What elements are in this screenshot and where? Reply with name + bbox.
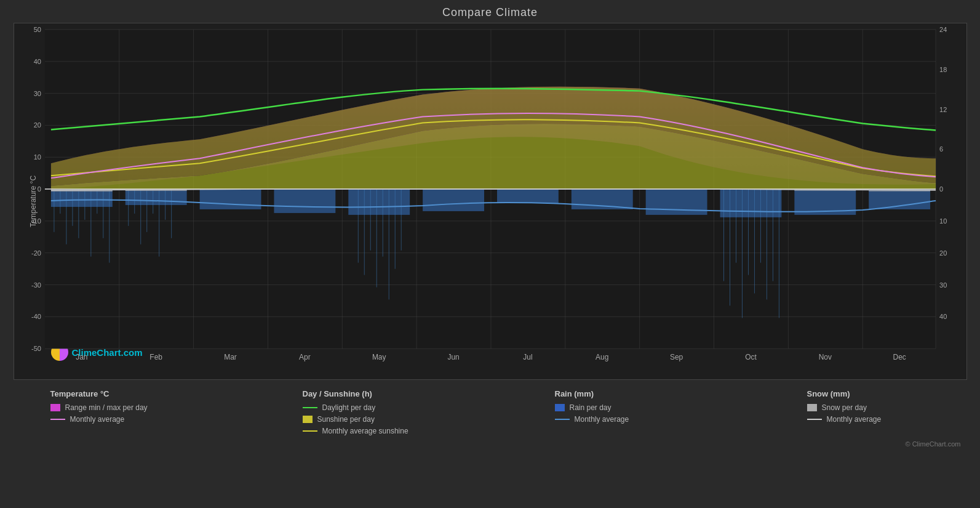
legend-section-sunshine: Day / Sunshine (h) Daylight per day Suns… (303, 389, 426, 435)
legend-section-rain: Rain (mm) Rain per day Monthly average (555, 389, 678, 435)
legend-label-temp-range: Range min / max per day (65, 403, 148, 412)
legend-swatch-snow (807, 404, 817, 411)
page-title: Compare Climate (442, 6, 538, 19)
svg-text:30: 30 (33, 90, 41, 97)
svg-text:12: 12 (939, 106, 947, 113)
legend-item-sunshine-avg: Monthly average sunshine (303, 427, 426, 435)
svg-rect-61 (423, 189, 484, 211)
svg-text:50: 50 (33, 26, 41, 33)
legend-label-sunshine-avg: Monthly average sunshine (322, 427, 408, 435)
legend-section-temperature: Temperature °C Range min / max per day M… (50, 389, 173, 435)
legend-label-temp-avg: Monthly average (70, 415, 125, 424)
legend-title-temperature: Temperature °C (50, 389, 173, 398)
legend-label-snow: Snow per day (822, 403, 867, 412)
legend-line-daylight (303, 407, 317, 408)
legend-item-snow: Snow per day (807, 403, 930, 412)
svg-rect-60 (348, 189, 410, 215)
svg-text:-30: -30 (31, 281, 41, 289)
legend-swatch-temp-range (50, 404, 60, 411)
svg-text:Jun: Jun (447, 353, 459, 361)
legend-item-temp-range: Range min / max per day (50, 403, 173, 412)
svg-text:-40: -40 (31, 313, 41, 320)
legend-label-sunshine: Sunshine per day (317, 415, 375, 424)
svg-text:Nov: Nov (818, 353, 831, 361)
legend-line-rain-avg (555, 419, 570, 420)
svg-text:30: 30 (939, 281, 947, 289)
svg-rect-59 (274, 189, 335, 213)
svg-text:-50: -50 (31, 345, 41, 352)
legend-item-rain: Rain per day (555, 403, 678, 412)
legend-line-temp-avg (50, 419, 65, 420)
svg-text:Dec: Dec (893, 353, 906, 361)
legend-label-rain: Rain per day (570, 403, 612, 412)
svg-text:24: 24 (939, 26, 947, 33)
svg-text:40: 40 (33, 58, 41, 65)
legend-label-rain-avg: Monthly average (575, 415, 629, 424)
y-axis-left-label: Temperature °C (29, 175, 38, 227)
copyright: © ClimeChart.com (905, 440, 960, 448)
legend-item-sunshine: Sunshine per day (303, 415, 426, 424)
legend-swatch-rain (555, 404, 565, 411)
legend-line-snow-avg (807, 419, 822, 420)
svg-rect-62 (496, 189, 558, 203)
svg-rect-64 (645, 189, 707, 215)
legend-title-sunshine: Day / Sunshine (h) (303, 389, 426, 398)
svg-text:20: 20 (33, 121, 41, 129)
svg-text:Oct: Oct (745, 353, 757, 361)
svg-rect-65 (720, 189, 781, 217)
svg-text:Apr: Apr (299, 353, 311, 361)
svg-text:Jan: Jan (76, 353, 87, 361)
svg-text:10: 10 (33, 153, 41, 161)
legend-item-temp-avg: Monthly average (50, 415, 173, 424)
svg-text:20: 20 (939, 249, 947, 257)
legend-section-snow: Snow (mm) Snow per day Monthly average (807, 389, 930, 435)
svg-text:May: May (372, 353, 386, 361)
chart-svg: 50 40 30 20 10 0 -10 -20 -30 -40 -50 24 … (14, 23, 966, 379)
legend-item-rain-avg: Monthly average (555, 415, 678, 424)
svg-text:Aug: Aug (596, 353, 608, 361)
svg-text:Feb: Feb (149, 353, 162, 361)
svg-text:0: 0 (939, 185, 943, 193)
legend-item-daylight: Daylight per day (303, 403, 426, 412)
svg-text:6: 6 (939, 145, 943, 153)
chart-area: Bologna Bologna ClimeChart.com ClimeChar… (14, 23, 967, 380)
legend-area: Temperature °C Range min / max per day M… (14, 383, 967, 435)
legend-label-daylight: Daylight per day (322, 403, 376, 412)
legend-line-sunshine-avg (303, 430, 317, 432)
svg-text:Sep: Sep (669, 353, 683, 361)
svg-text:10: 10 (939, 217, 947, 225)
svg-rect-58 (199, 189, 261, 209)
legend-title-snow: Snow (mm) (807, 389, 930, 398)
svg-text:40: 40 (939, 313, 947, 320)
legend-swatch-sunshine (303, 416, 313, 423)
svg-text:18: 18 (939, 66, 947, 73)
svg-text:Mar: Mar (224, 353, 237, 361)
legend-item-snow-avg: Monthly average (807, 415, 930, 424)
svg-text:-20: -20 (31, 249, 41, 257)
legend-title-rain: Rain (mm) (555, 389, 678, 398)
legend-label-snow-avg: Monthly average (827, 415, 882, 424)
svg-text:0: 0 (37, 185, 41, 193)
svg-text:Jul: Jul (523, 353, 532, 361)
